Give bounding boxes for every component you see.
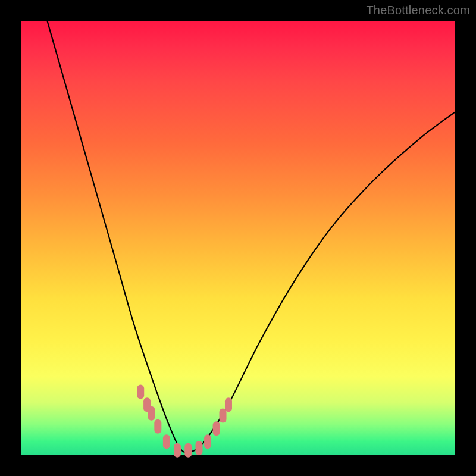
watermark-text: TheBottleneck.com	[366, 4, 470, 17]
valley-marker	[163, 434, 170, 449]
valley-marker	[148, 406, 155, 421]
valley-marker	[154, 419, 161, 434]
valley-marker	[220, 408, 227, 422]
valley-markers	[137, 384, 232, 457]
valley-marker	[225, 397, 232, 412]
bottleneck-curve	[48, 21, 455, 453]
curve-layer	[21, 21, 455, 455]
chart-frame: TheBottleneck.com	[0, 0, 476, 476]
valley-marker	[204, 434, 211, 449]
valley-marker	[213, 421, 220, 436]
valley-marker	[195, 441, 202, 455]
valley-marker	[137, 384, 144, 399]
plot-area	[21, 21, 455, 455]
valley-marker	[174, 443, 181, 458]
valley-marker	[184, 443, 192, 458]
